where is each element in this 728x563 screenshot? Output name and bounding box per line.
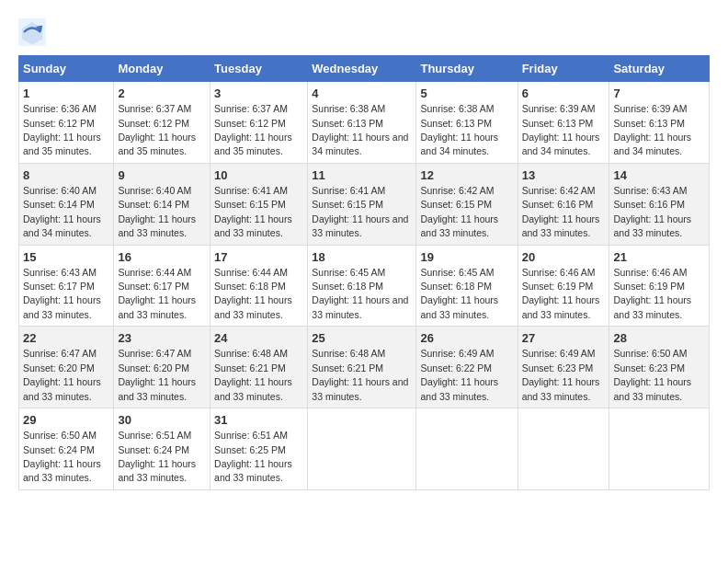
sunrise-info: Sunrise: 6:40 AM (118, 185, 191, 196)
calendar-cell: 6Sunrise: 6:39 AMSunset: 6:13 PMDaylight… (518, 82, 609, 164)
calendar-cell: 27Sunrise: 6:49 AMSunset: 6:23 PMDayligh… (518, 327, 609, 408)
day-number: 14 (613, 167, 705, 184)
day-number: 16 (118, 249, 206, 266)
calendar-cell: 2Sunrise: 6:37 AMSunset: 6:12 PMDaylight… (114, 82, 210, 164)
daylight-info: Daylight: 11 hours and 33 minutes. (23, 376, 101, 401)
sunrise-info: Sunrise: 6:44 AM (118, 267, 191, 278)
day-number: 31 (214, 412, 303, 429)
logo (18, 18, 50, 46)
sunset-info: Sunset: 6:13 PM (613, 118, 685, 129)
daylight-info: Daylight: 11 hours and 33 minutes. (214, 376, 292, 401)
calendar-cell: 31Sunrise: 6:51 AMSunset: 6:25 PMDayligh… (210, 408, 308, 490)
sunset-info: Sunset: 6:15 PM (420, 199, 492, 210)
daylight-info: Daylight: 11 hours and 33 minutes. (118, 458, 196, 483)
sunrise-info: Sunrise: 6:50 AM (613, 348, 687, 359)
sunset-info: Sunset: 6:13 PM (420, 118, 492, 129)
calendar-cell: 15Sunrise: 6:43 AMSunset: 6:17 PMDayligh… (19, 245, 114, 327)
calendar-cell: 17Sunrise: 6:44 AMSunset: 6:18 PMDayligh… (210, 245, 308, 327)
daylight-info: Daylight: 11 hours and 33 minutes. (312, 376, 408, 401)
calendar-header-row: SundayMondayTuesdayWednesdayThursdayFrid… (19, 56, 710, 82)
sunset-info: Sunset: 6:24 PM (118, 444, 189, 455)
daylight-info: Daylight: 11 hours and 33 minutes. (522, 213, 600, 238)
sunset-info: Sunset: 6:22 PM (420, 362, 492, 373)
sunset-info: Sunset: 6:13 PM (312, 118, 383, 129)
daylight-info: Daylight: 11 hours and 33 minutes. (214, 458, 292, 483)
calendar-cell: 9Sunrise: 6:40 AMSunset: 6:14 PMDaylight… (114, 163, 210, 245)
sunrise-info: Sunrise: 6:41 AM (312, 185, 385, 196)
sunset-info: Sunset: 6:18 PM (214, 281, 286, 292)
sunrise-info: Sunrise: 6:38 AM (312, 103, 385, 114)
calendar-cell: 30Sunrise: 6:51 AMSunset: 6:24 PMDayligh… (114, 408, 210, 490)
sunrise-info: Sunrise: 6:38 AM (420, 103, 494, 114)
sunset-info: Sunset: 6:13 PM (522, 118, 594, 129)
calendar-cell (416, 408, 518, 490)
calendar-cell: 3Sunrise: 6:37 AMSunset: 6:12 PMDaylight… (210, 82, 308, 164)
daylight-info: Daylight: 11 hours and 35 minutes. (214, 132, 292, 156)
sunrise-info: Sunrise: 6:37 AM (214, 103, 288, 114)
day-number: 30 (118, 412, 206, 429)
day-number: 7 (613, 86, 705, 102)
day-number: 5 (420, 86, 513, 102)
daylight-info: Daylight: 11 hours and 35 minutes. (23, 132, 101, 156)
day-number: 15 (23, 249, 109, 266)
daylight-info: Daylight: 11 hours and 33 minutes. (118, 376, 196, 401)
sunset-info: Sunset: 6:18 PM (420, 281, 492, 292)
header-day-thursday: Thursday (416, 56, 518, 82)
calendar-cell: 12Sunrise: 6:42 AMSunset: 6:15 PMDayligh… (416, 163, 518, 245)
daylight-info: Daylight: 11 hours and 35 minutes. (118, 132, 196, 156)
day-number: 21 (613, 249, 705, 266)
calendar-cell: 23Sunrise: 6:47 AMSunset: 6:20 PMDayligh… (114, 327, 210, 408)
sunrise-info: Sunrise: 6:49 AM (420, 348, 494, 359)
day-number: 12 (420, 167, 513, 184)
sunrise-info: Sunrise: 6:43 AM (23, 267, 97, 278)
daylight-info: Daylight: 11 hours and 33 minutes. (23, 458, 101, 483)
sunrise-info: Sunrise: 6:41 AM (214, 185, 288, 196)
calendar-cell: 19Sunrise: 6:45 AMSunset: 6:18 PMDayligh… (416, 245, 518, 327)
calendar-cell: 26Sunrise: 6:49 AMSunset: 6:22 PMDayligh… (416, 327, 518, 408)
day-number: 27 (522, 330, 606, 347)
daylight-info: Daylight: 11 hours and 33 minutes. (613, 376, 691, 401)
daylight-info: Daylight: 11 hours and 33 minutes. (522, 294, 600, 319)
sunrise-info: Sunrise: 6:45 AM (312, 267, 385, 278)
sunset-info: Sunset: 6:21 PM (214, 362, 286, 373)
sunset-info: Sunset: 6:19 PM (613, 281, 685, 292)
day-number: 3 (214, 86, 303, 102)
sunset-info: Sunset: 6:14 PM (23, 199, 95, 210)
sunrise-info: Sunrise: 6:46 AM (613, 267, 687, 278)
day-number: 24 (214, 330, 303, 347)
sunrise-info: Sunrise: 6:45 AM (420, 267, 494, 278)
sunset-info: Sunset: 6:15 PM (214, 199, 286, 210)
daylight-info: Daylight: 11 hours and 33 minutes. (214, 213, 292, 238)
daylight-info: Daylight: 11 hours and 34 minutes. (613, 132, 691, 156)
sunset-info: Sunset: 6:24 PM (23, 444, 95, 455)
sunset-info: Sunset: 6:16 PM (613, 199, 685, 210)
sunrise-info: Sunrise: 6:39 AM (613, 103, 687, 114)
sunset-info: Sunset: 6:19 PM (522, 281, 594, 292)
sunset-info: Sunset: 6:14 PM (118, 199, 189, 210)
daylight-info: Daylight: 11 hours and 34 minutes. (23, 213, 101, 238)
header-day-saturday: Saturday (609, 56, 710, 82)
day-number: 11 (312, 167, 412, 184)
daylight-info: Daylight: 11 hours and 33 minutes. (118, 213, 196, 238)
calendar-cell: 4Sunrise: 6:38 AMSunset: 6:13 PMDaylight… (308, 82, 416, 164)
day-number: 28 (613, 330, 705, 347)
calendar-cell: 5Sunrise: 6:38 AMSunset: 6:13 PMDaylight… (416, 82, 518, 164)
sunset-info: Sunset: 6:21 PM (312, 362, 383, 373)
sunrise-info: Sunrise: 6:36 AM (23, 103, 97, 114)
calendar-week-2: 8Sunrise: 6:40 AMSunset: 6:14 PMDaylight… (19, 163, 710, 245)
calendar-cell: 24Sunrise: 6:48 AMSunset: 6:21 PMDayligh… (210, 327, 308, 408)
day-number: 8 (23, 167, 109, 184)
day-number: 4 (312, 86, 412, 102)
daylight-info: Daylight: 11 hours and 33 minutes. (214, 294, 292, 319)
calendar-cell: 13Sunrise: 6:42 AMSunset: 6:16 PMDayligh… (518, 163, 609, 245)
daylight-info: Daylight: 11 hours and 33 minutes. (420, 376, 498, 401)
sunrise-info: Sunrise: 6:48 AM (312, 348, 385, 359)
calendar-cell: 18Sunrise: 6:45 AMSunset: 6:18 PMDayligh… (308, 245, 416, 327)
sunrise-info: Sunrise: 6:37 AM (118, 103, 191, 114)
daylight-info: Daylight: 11 hours and 33 minutes. (522, 376, 600, 401)
sunset-info: Sunset: 6:12 PM (214, 118, 286, 129)
sunset-info: Sunset: 6:18 PM (312, 281, 383, 292)
sunset-info: Sunset: 6:23 PM (613, 362, 685, 373)
calendar-week-4: 22Sunrise: 6:47 AMSunset: 6:20 PMDayligh… (19, 327, 710, 408)
calendar-cell: 28Sunrise: 6:50 AMSunset: 6:23 PMDayligh… (609, 327, 710, 408)
